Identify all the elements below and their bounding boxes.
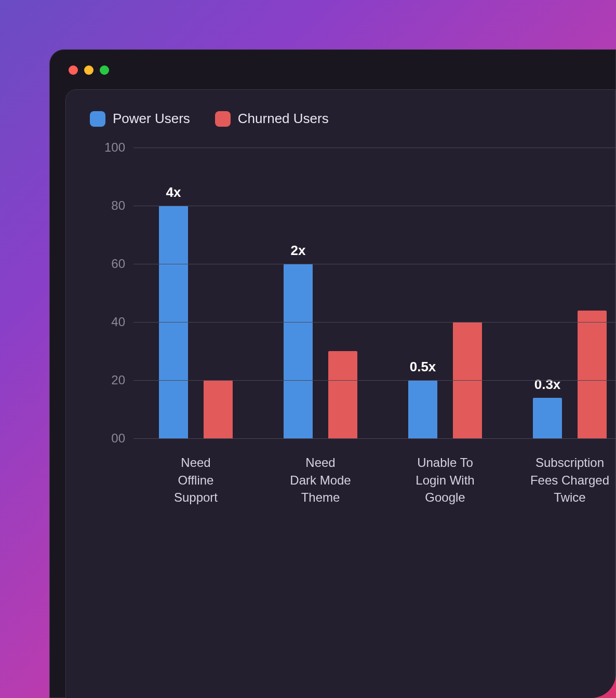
gridline <box>133 380 616 381</box>
y-tick-label: 20 <box>111 373 125 387</box>
y-axis: 1008060402000 <box>92 147 125 438</box>
legend-swatch-blue-icon <box>90 111 105 127</box>
y-tick-label: 00 <box>111 431 125 446</box>
gridline <box>133 264 616 264</box>
y-tick-label: 80 <box>111 198 125 213</box>
chart-panel: Power Users Churned Users 1008060402000 … <box>65 89 615 698</box>
gridline <box>133 322 616 323</box>
bar-power-users: 0.5x <box>408 380 437 438</box>
chart-legend: Power Users Churned Users <box>90 111 615 127</box>
bar-ratio-label: 0.3x <box>534 377 561 393</box>
plot-area: 4x2x0.5x0.3x <box>133 147 616 438</box>
x-tick-label: Need Dark Mode Theme <box>258 454 383 506</box>
y-tick-label: 60 <box>111 257 125 271</box>
app-window: Power Users Churned Users 1008060402000 … <box>49 49 616 698</box>
window-close-icon[interactable] <box>69 65 78 75</box>
window-zoom-icon[interactable] <box>100 65 109 75</box>
legend-item-churned-users: Churned Users <box>215 111 329 127</box>
window-minimize-icon[interactable] <box>84 65 93 75</box>
bar-churned-users <box>204 380 233 438</box>
y-tick-label: 100 <box>104 140 125 155</box>
x-tick-label: Subscription Fees Charged Twice <box>507 454 616 506</box>
legend-label: Churned Users <box>238 111 329 127</box>
bar-churned-users <box>328 351 357 438</box>
x-tick-label: Unable To Login With Google <box>383 454 507 506</box>
y-tick-label: 40 <box>111 315 125 329</box>
bar-group: 0.5x <box>383 147 507 438</box>
bar-ratio-label: 0.5x <box>410 359 436 375</box>
chart-frame: 1008060402000 4x2x0.5x0.3x Need Offline … <box>92 147 615 506</box>
legend-label: Power Users <box>113 111 190 127</box>
bar-group: 4x <box>133 147 258 438</box>
x-tick-label: Need Offline Support <box>133 454 258 506</box>
bar-group: 2x <box>258 147 383 438</box>
legend-swatch-red-icon <box>215 111 231 127</box>
gridline <box>133 147 616 148</box>
gridline <box>133 206 616 206</box>
bar-power-users: 2x <box>284 264 313 438</box>
window-traffic-lights <box>69 65 615 75</box>
bar-group: 0.3x <box>507 147 616 438</box>
bar-ratio-label: 2x <box>291 243 306 259</box>
bar-churned-users <box>578 311 607 438</box>
x-axis-labels: Need Offline SupportNeed Dark Mode Theme… <box>133 454 616 506</box>
bar-power-users: 0.3x <box>533 398 562 438</box>
gridline <box>133 438 616 439</box>
legend-item-power-users: Power Users <box>90 111 190 127</box>
bar-groups: 4x2x0.5x0.3x <box>133 147 616 438</box>
bar-ratio-label: 4x <box>166 184 181 200</box>
